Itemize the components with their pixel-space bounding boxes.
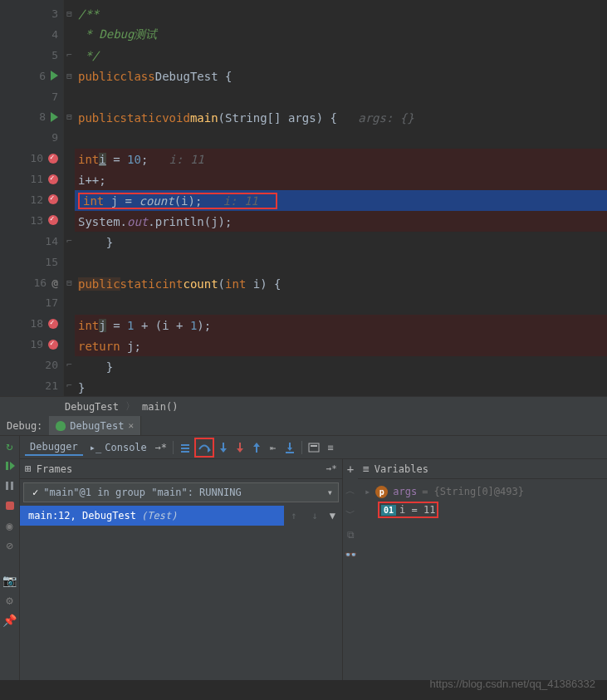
svg-rect-0 — [6, 462, 8, 470]
restore-layout-icon[interactable]: ⊞ — [25, 463, 32, 475]
view-breakpoints-icon[interactable]: ◉ — [3, 519, 17, 532]
collapse-up-icon[interactable]: ︿ — [345, 484, 355, 498]
debug-panel: Debug: DebugTest ✕ ↻ ◉ ⊘ 📷 ⚙ 📌 Debugger … — [0, 416, 607, 680]
breakpoint-icon[interactable] — [48, 174, 58, 184]
copy-icon[interactable]: ⧉ — [347, 529, 355, 541]
param-badge-icon: p — [375, 486, 388, 498]
number: 1 — [190, 319, 197, 332]
field: out — [127, 215, 148, 228]
debugger-tab[interactable]: Debugger — [25, 439, 83, 456]
step-over-icon[interactable] — [197, 440, 212, 455]
next-frame-icon[interactable]: ↓ — [309, 510, 321, 521]
svg-marker-15 — [287, 448, 292, 451]
console-tab[interactable]: ▸_Console — [85, 440, 152, 455]
run-to-cursor-icon[interactable] — [282, 440, 297, 455]
resume-icon[interactable] — [3, 459, 17, 472]
inline-hint: i: 11 — [223, 194, 258, 208]
pause-icon[interactable] — [3, 479, 17, 492]
keyword: int — [78, 319, 99, 332]
frame-module: (Test) — [141, 510, 177, 521]
add-watch-icon[interactable]: + — [347, 463, 354, 476]
step-out-icon[interactable] — [249, 440, 264, 455]
rerun-icon[interactable]: ↻ — [3, 439, 17, 453]
settings-icon[interactable]: ⚙ — [3, 594, 17, 607]
debug-header: Debug: DebugTest ✕ — [0, 416, 607, 436]
check-icon: ✓ — [32, 487, 38, 498]
method-name: count — [183, 277, 218, 291]
inline-hint: i: 11 — [169, 153, 204, 166]
svg-marker-13 — [253, 443, 260, 447]
fold-end-icon[interactable]: ⌐ — [66, 380, 72, 391]
variable-row[interactable]: ▸ p args = {String[0]@493} — [365, 482, 600, 501]
fold-icon[interactable]: ⊟ — [66, 71, 72, 81]
method-call: println — [155, 215, 204, 228]
svg-rect-17 — [309, 443, 319, 452]
step-into-icon[interactable] — [216, 440, 231, 455]
filter-icon[interactable]: ▼ — [330, 510, 335, 521]
more-icon[interactable]: →* — [154, 440, 169, 455]
run-class-icon[interactable] — [51, 71, 58, 81]
expand-icon[interactable]: ▸ — [365, 486, 370, 497]
fold-end-icon[interactable]: ⌐ — [66, 360, 72, 370]
svg-marker-11 — [237, 448, 243, 453]
pin-icon[interactable]: 📌 — [3, 614, 17, 627]
evaluate-icon[interactable] — [306, 440, 321, 455]
svg-marker-1 — [10, 462, 15, 470]
close-icon[interactable]: ✕ — [128, 420, 134, 431]
number: 10 — [127, 153, 141, 166]
breakpoint-icon[interactable] — [48, 340, 58, 350]
var-name: args — [393, 486, 417, 497]
breakpoint-icon[interactable] — [48, 215, 58, 225]
vars-divider: + ︿ ﹀ ⧉ 👓 — [343, 459, 358, 680]
method-name: main — [190, 111, 218, 125]
stack-frame[interactable]: main:12, DebugTest (Test) — [20, 506, 284, 526]
var-value: = {String[0]@493} — [422, 486, 524, 497]
show-execution-icon[interactable] — [178, 440, 193, 455]
code-text: * Debug测试 — [78, 27, 157, 42]
force-step-into-icon[interactable] — [233, 440, 247, 455]
variable-row[interactable]: 01 i = 11 — [365, 501, 600, 519]
fold-icon[interactable]: ⊟ — [66, 277, 72, 288]
frames-title: Frames — [37, 463, 72, 475]
prev-frame-icon[interactable]: ↑ — [287, 510, 300, 521]
breakpoint-icon[interactable] — [48, 154, 58, 164]
code-editor: 3 4 5 6 7 8 9 10 11 12 13 14 15 16@ 17 1… — [0, 0, 607, 396]
mute-breakpoints-icon[interactable]: ⊘ — [3, 539, 17, 552]
thread-dropdown[interactable]: ✓ "main"@1 in group "main": RUNNING ▾ — [23, 482, 339, 502]
breakpoint-icon[interactable] — [48, 194, 58, 204]
fold-icon[interactable]: ⊟ — [66, 111, 72, 122]
camera-icon[interactable]: 📷 — [3, 574, 17, 587]
frame-text: main:12, DebugTest — [28, 510, 136, 521]
fold-column: ⊟ ⌐ ⊟ ⊟ ⌐ ⊟ ⌐ ⌐ — [63, 0, 75, 396]
collapse-down-icon[interactable]: ﹀ — [345, 507, 355, 521]
crumb-method[interactable]: main() — [142, 401, 178, 413]
debug-tab-label: DebugTest — [70, 420, 124, 432]
svg-rect-6 — [181, 451, 189, 453]
trace-icon[interactable]: ≡ — [323, 440, 338, 455]
breadcrumb[interactable]: DebugTest 〉 main() — [0, 396, 607, 416]
debug-session-tab[interactable]: DebugTest ✕ — [49, 416, 141, 435]
console-icon: ▸_ — [90, 442, 101, 453]
number: 1 — [127, 319, 134, 332]
stop-icon[interactable] — [3, 499, 17, 512]
code-text: /** — [78, 7, 99, 21]
breakpoint-icon[interactable] — [48, 319, 58, 329]
thread-label: "main"@1 in group "main": RUNNING — [43, 487, 241, 498]
keyword: public — [78, 111, 120, 125]
var: j — [111, 194, 118, 208]
keyword: public — [78, 70, 120, 83]
fold-icon[interactable]: ⊟ — [66, 8, 72, 19]
fold-end-icon[interactable]: ⌐ — [66, 50, 72, 61]
more-icon[interactable]: →* — [326, 463, 337, 474]
glasses-icon[interactable]: 👓 — [345, 549, 357, 560]
override-icon[interactable]: @ — [51, 277, 58, 289]
code-content[interactable]: /** * Debug测试 */ public class DebugTest … — [75, 0, 607, 396]
keyword: int — [78, 153, 99, 166]
var-text: i = 11 — [399, 504, 435, 516]
fold-end-icon[interactable]: ⌐ — [66, 236, 72, 247]
run-main-icon[interactable] — [51, 112, 58, 122]
drop-frame-icon[interactable]: ⇤ — [266, 440, 281, 455]
int-badge-icon: 01 — [381, 505, 396, 516]
vars-layout-icon[interactable]: ≡ — [363, 463, 370, 475]
crumb-class[interactable]: DebugTest — [65, 401, 119, 413]
